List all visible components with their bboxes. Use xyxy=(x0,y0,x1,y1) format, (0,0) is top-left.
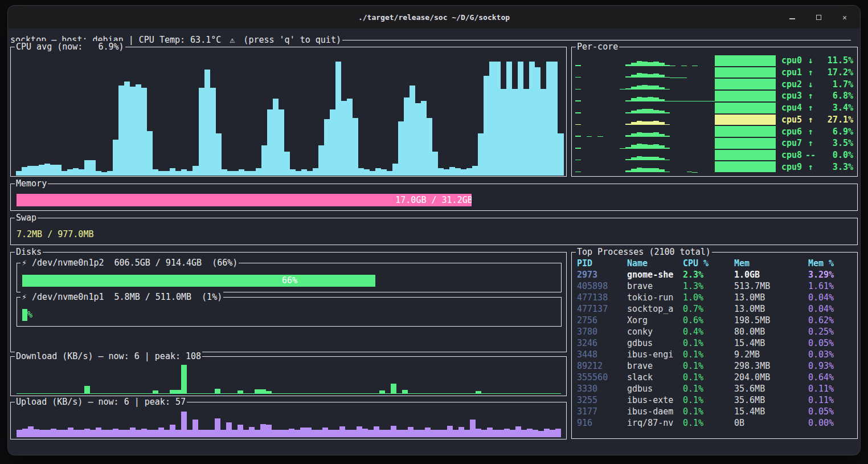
chart-bar xyxy=(141,393,147,394)
chart-bar xyxy=(233,171,239,176)
chart-bar xyxy=(425,393,431,394)
core-label: cpu6↑ 6.9% xyxy=(781,125,853,137)
chart-bar xyxy=(101,430,107,437)
sparkline-bar xyxy=(597,136,603,137)
chart-bar xyxy=(124,82,130,176)
sparkline-bar xyxy=(653,121,659,125)
chart-bar xyxy=(215,389,220,394)
maximize-button[interactable] xyxy=(812,11,825,23)
process-name: tokio-run xyxy=(627,292,683,303)
sparkline-bar xyxy=(742,103,748,113)
sparkline-bar xyxy=(726,103,731,113)
sparkline-bar xyxy=(670,66,675,66)
sparkline-bar xyxy=(631,98,637,101)
sparkline-bar xyxy=(675,101,681,101)
chart-bar xyxy=(529,62,535,176)
chart-bar xyxy=(419,430,425,437)
close-button[interactable]: ✕ xyxy=(838,11,851,23)
per-core-panel-title: Per-core xyxy=(576,41,619,52)
sparkline-bar xyxy=(575,112,581,113)
sparkline-bar xyxy=(715,91,720,101)
sparkline-bar xyxy=(770,126,776,137)
swap-gauge-label: 7.2MB / 977.0MB xyxy=(17,228,93,241)
sparkline-bar xyxy=(659,134,665,137)
core-name: cpu4 xyxy=(781,103,804,113)
chart-bar xyxy=(408,393,413,394)
sparkline-bar xyxy=(665,101,670,101)
process-pid: 3330 xyxy=(577,383,627,394)
chart-bar xyxy=(203,430,209,437)
sparkline-bar xyxy=(737,79,743,89)
chart-bar xyxy=(515,426,521,437)
process-row: 405898brave1.3%513.7MB1.61% xyxy=(572,280,857,292)
chart-bar xyxy=(345,430,351,437)
chart-bar xyxy=(312,393,317,394)
process-mem-percent: 0.05% xyxy=(808,406,857,417)
chart-bar xyxy=(203,393,209,394)
process-mem: 198.5MB xyxy=(734,315,808,326)
chart-bar xyxy=(73,430,79,437)
process-row: 3255ibus-exte0.1%35.6MB0.11% xyxy=(572,394,857,406)
chart-bar xyxy=(79,169,84,176)
process-pid: 3177 xyxy=(577,406,627,417)
chart-bar xyxy=(368,393,374,394)
sparkline-bar xyxy=(642,133,648,137)
process-row: 3246gdbus0.1%15.4MB0.05% xyxy=(572,337,857,349)
memory-gauge-fill: 17.0GB / 31.2GB xyxy=(17,194,472,206)
core-percent: 1.7% xyxy=(817,79,853,89)
minimize-button[interactable] xyxy=(786,11,799,23)
sparkline-bar xyxy=(715,115,720,125)
core-name: cpu5 xyxy=(781,115,804,125)
sparkline-bar xyxy=(726,115,731,125)
chart-bar xyxy=(458,427,464,437)
chart-bar xyxy=(255,430,260,437)
sparkline-bar xyxy=(698,101,703,101)
process-row: 916irq/87-nv0.1%0B0.00% xyxy=(572,417,857,429)
chart-bar xyxy=(351,430,357,437)
sparkline-bar xyxy=(659,111,665,113)
sparkline-bar xyxy=(675,78,681,78)
sparkline-bar xyxy=(625,159,631,160)
chart-bar xyxy=(510,430,515,437)
chart-bar xyxy=(73,168,79,176)
chart-bar xyxy=(107,171,113,176)
chart-bar xyxy=(130,87,136,176)
process-name: Xorg xyxy=(627,315,683,326)
chart-bar xyxy=(317,393,323,394)
chart-bar xyxy=(79,430,84,437)
chart-bar xyxy=(484,76,489,176)
chart-bar xyxy=(441,430,447,437)
window-titlebar[interactable]: ./target/release/soc ~/D/G/socktop ✕ xyxy=(8,6,860,29)
chart-bar xyxy=(527,393,533,394)
sparkline-bar xyxy=(625,147,631,149)
core-trend-icon: ↓ xyxy=(804,79,817,89)
core-name: cpu3 xyxy=(781,91,804,101)
sparkline-bar xyxy=(625,170,631,172)
chart-bar xyxy=(260,389,266,394)
chart-bar xyxy=(141,88,147,176)
chart-bar xyxy=(427,118,432,176)
chart-bar xyxy=(232,393,238,394)
swap-panel-title: Swap xyxy=(15,212,38,223)
chart-bar xyxy=(170,168,175,176)
core-label: cpu0↓11.5% xyxy=(781,55,853,67)
chart-bar xyxy=(487,428,493,437)
chart-bar xyxy=(362,393,368,394)
chart-bar xyxy=(22,167,27,176)
chart-bar xyxy=(193,166,198,176)
chart-bar xyxy=(266,391,272,394)
chart-bar xyxy=(243,430,249,437)
chart-bar xyxy=(118,430,124,437)
core-percent: 3.5% xyxy=(817,138,853,148)
chart-bar xyxy=(28,426,34,437)
sparkline-bar xyxy=(642,97,648,101)
chart-bar xyxy=(198,430,204,437)
sparkline-bar xyxy=(637,61,642,66)
chart-bar xyxy=(353,118,358,176)
chart-bar xyxy=(90,160,96,176)
chart-bar xyxy=(158,393,164,394)
sparkline-bar xyxy=(665,148,670,148)
process-cpu: 0.7% xyxy=(683,303,734,315)
sparkline-bar xyxy=(648,168,653,172)
process-mem: 13.0MB xyxy=(734,303,808,315)
